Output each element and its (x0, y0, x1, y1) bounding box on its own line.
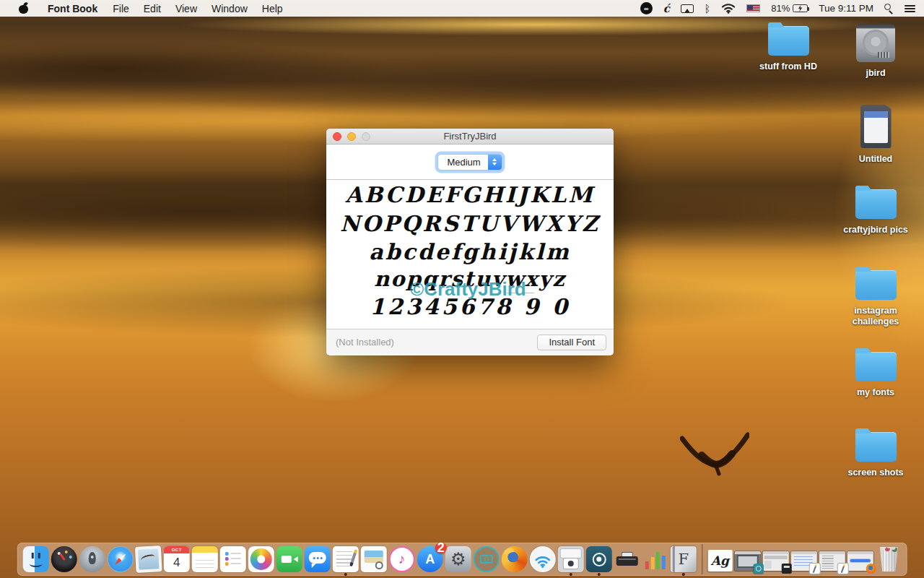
folder-icon (855, 189, 897, 219)
textedit-badge-icon (809, 564, 819, 574)
dock-finder-icon[interactable] (23, 546, 49, 572)
dock-minimized-window-5[interactable] (847, 551, 873, 571)
dock-minimized-window-1[interactable] (734, 551, 760, 571)
dock-facetime-icon[interactable] (276, 546, 302, 572)
dock-preview-icon[interactable] (361, 546, 387, 572)
dock-separator (702, 544, 703, 574)
font-preview-pane: ABCDEFGHIJKLM NOPQRSTUVWXYZ abcdefghijkl… (326, 180, 614, 329)
dock-image-capture-icon[interactable] (558, 546, 584, 572)
font-book-letter: F (678, 551, 689, 568)
bird-silhouette (680, 432, 749, 477)
dock-system-preferences-icon[interactable]: ⚙ (445, 546, 471, 572)
apple-icon (19, 3, 28, 14)
desktop-icon-label: Untitled (859, 154, 893, 165)
install-font-button[interactable]: Install Font (537, 335, 606, 350)
dock-minimized-window-4[interactable] (819, 551, 845, 571)
menu-bar: Font Book File Edit View Window Help ∞ ć… (0, 0, 924, 17)
desktop-icon-label: my fonts (857, 387, 894, 398)
app-glyph-icon[interactable]: ć (663, 2, 670, 15)
desktop-icon-stuff-from-hd[interactable]: stuff from HD (745, 26, 832, 72)
preview-line-uppercase-2: NOPQRSTUVWXYZ (326, 210, 614, 238)
dock-minimized-window-3[interactable] (790, 551, 816, 571)
dock-printer-icon[interactable] (614, 546, 640, 572)
dock-notes-icon[interactable] (192, 546, 218, 572)
wifi-arcs-icon (534, 555, 552, 568)
dock-shutter-app-icon[interactable] (586, 546, 612, 572)
preview-line-lowercase-1: abcdefghijklm (326, 238, 614, 266)
desktop-icon-craftyjbird-pics[interactable]: craftyjbird pics (832, 189, 919, 236)
desktop-icon-label: craftyjbird pics (843, 225, 908, 236)
airplay-display-icon[interactable] (681, 4, 694, 13)
app-store-badge: 2 (435, 543, 447, 553)
hard-drive-icon (856, 24, 895, 62)
menu-clock[interactable]: Tue 9:11 PM (819, 3, 873, 14)
menu-view[interactable]: View (168, 0, 204, 17)
chevron-up-icon (492, 158, 497, 161)
desktop-icon-untitled[interactable]: Untitled (832, 105, 919, 165)
menu-bar-left: Font Book File Edit View Window Help (0, 0, 290, 17)
desktop-icon-label: screen shots (847, 467, 903, 478)
desktop-icon-instagram-challenges[interactable]: instagram challenges (832, 270, 919, 327)
dock-firefox-icon[interactable] (502, 546, 528, 572)
dock-font-document-ag[interactable]: Ag (707, 550, 732, 571)
menu-file[interactable]: File (105, 0, 136, 17)
window-title: FirstTryJBird (443, 131, 496, 142)
teal-app-badge-icon (753, 564, 763, 574)
calendar-day: 4 (173, 553, 180, 572)
menu-bar-status: ∞ ć ᛒ 81% Tue 9:11 PM (640, 0, 924, 17)
dock-itunes-icon[interactable]: ♪ (389, 546, 415, 572)
textedit-badge-icon (837, 564, 847, 574)
sd-card-icon (860, 105, 892, 148)
spotlight-icon[interactable] (884, 4, 894, 13)
folder-icon (768, 26, 809, 56)
dock-app-store-icon[interactable]: A 2 (417, 546, 443, 572)
dock-launchpad-icon[interactable] (79, 546, 105, 572)
desktop: Font Book File Edit View Window Help ∞ ć… (0, 0, 924, 578)
size-popup-button[interactable]: Medium (437, 154, 502, 171)
dock-calendar-icon[interactable]: OCT 4 (164, 546, 190, 572)
dock-trash-icon[interactable] (878, 547, 899, 571)
dock-teal-camera-app-icon[interactable] (474, 546, 500, 572)
desktop-icon-jbird[interactable]: jbird (832, 24, 919, 79)
notification-center-icon[interactable] (905, 4, 915, 13)
dock-reminders-icon[interactable] (220, 546, 246, 572)
dock-dashboard-icon[interactable] (51, 546, 77, 572)
menu-help[interactable]: Help (255, 0, 290, 17)
dock-textedit-icon[interactable] (333, 546, 359, 572)
desktop-icon-screen-shots[interactable]: screen shots (832, 432, 919, 478)
dock-messages-icon[interactable] (305, 546, 331, 572)
dock-mail-icon[interactable] (135, 545, 162, 573)
dock-photos-icon[interactable] (248, 546, 274, 572)
dock-airport-utility-icon[interactable] (530, 546, 556, 572)
creative-cloud-icon[interactable]: ∞ (640, 2, 653, 14)
calendar-month: OCT (164, 546, 190, 553)
keyboard-flag-icon[interactable] (746, 4, 760, 12)
wifi-icon[interactable] (721, 3, 736, 14)
desktop-icon-my-fonts[interactable]: my fonts (832, 352, 919, 398)
font-preview-window: FirstTryJBird Medium ABCDEFGHIJKLM NOPQR… (326, 129, 614, 355)
dock-font-book-icon[interactable]: F (671, 546, 697, 572)
install-status-text: (Not Installed) (336, 337, 394, 348)
folder-icon (855, 352, 897, 381)
app-menu[interactable]: Font Book (40, 0, 105, 17)
close-button[interactable] (333, 132, 341, 141)
zoom-button[interactable] (362, 132, 370, 141)
traffic-lights (333, 132, 370, 141)
menu-edit[interactable]: Edit (136, 0, 168, 17)
dock-minimized-window-2[interactable] (762, 551, 788, 571)
bluetooth-icon[interactable]: ᛒ (705, 4, 710, 14)
battery-icon (793, 4, 808, 12)
folder-icon (855, 270, 897, 300)
watermark-text: ©CraftyJBird (410, 278, 526, 301)
window-titlebar[interactable]: FirstTryJBird (326, 129, 614, 144)
firefox-badge-icon (866, 564, 876, 574)
battery-indicator[interactable]: 81% (771, 3, 808, 14)
minimize-button[interactable] (347, 132, 356, 141)
dock-safari-icon[interactable] (108, 546, 134, 572)
menu-window[interactable]: Window (204, 0, 255, 17)
window-toolbar: Medium (326, 144, 614, 180)
dock-chart-app-icon[interactable] (642, 546, 668, 572)
apple-menu[interactable] (9, 0, 40, 17)
popup-stepper-icon (488, 155, 502, 170)
desktop-icon-label: jbird (866, 68, 885, 79)
